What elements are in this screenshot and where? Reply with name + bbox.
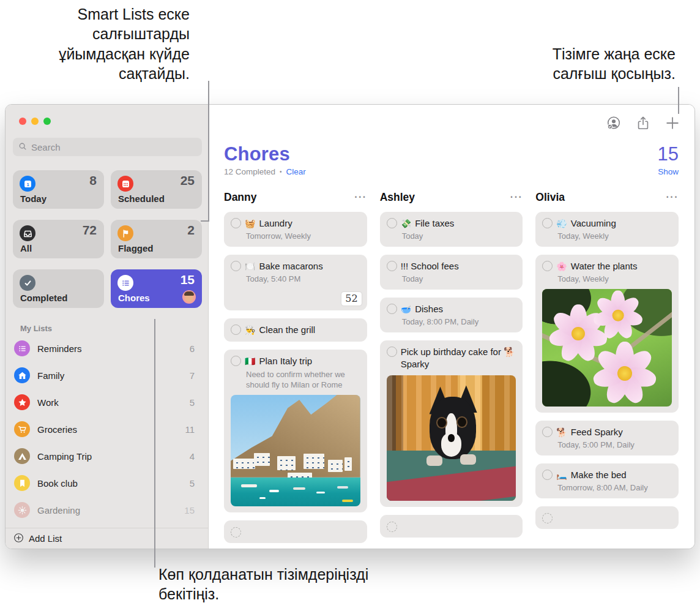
callout-line-smart-lists: [208, 81, 209, 222]
collaborate-button[interactable]: [605, 114, 622, 131]
smart-list-all[interactable]: 72All: [13, 220, 104, 258]
reminder-item[interactable]: 🛏️Make the bedTomorrow, 8:00 AM, Daily: [535, 463, 679, 498]
list-name: Book club: [37, 478, 78, 489]
reminder-item[interactable]: 🍽️Bake macaronsToday, 5:40 PM52: [224, 255, 367, 310]
attachment-badge[interactable]: 52: [341, 292, 361, 306]
column-header: Olivia ···: [535, 190, 679, 204]
tray-icon: [20, 225, 35, 241]
sidebar-item-book-club[interactable]: Book club5: [6, 470, 208, 497]
complete-radio[interactable]: [387, 304, 397, 314]
attachment-image-flowers[interactable]: [542, 289, 672, 407]
task-due: Today, 8:00 PM, Daily: [402, 317, 516, 327]
smart-list-today[interactable]: 18Today: [13, 170, 104, 209]
completed-count: 12 Completed: [224, 167, 275, 176]
task-due: Today: [402, 274, 516, 284]
show-link[interactable]: Show: [658, 167, 679, 176]
annotation-smart-lists: Smart Lists еске салғыштарды ұйымдасқан …: [37, 4, 190, 83]
reminder-item[interactable]: !!! School feesToday: [380, 255, 523, 290]
complete-radio[interactable]: [231, 356, 241, 366]
smart-list-flagged[interactable]: 2Flagged: [111, 220, 202, 258]
complete-radio[interactable]: [387, 261, 397, 271]
search-placeholder: Search: [31, 142, 61, 152]
attachment-image-italy-coast[interactable]: [231, 395, 360, 506]
column-header: Danny ···: [224, 190, 367, 204]
toolbar: [605, 114, 680, 131]
new-reminder-row[interactable]: [224, 520, 367, 543]
calendar-grid-icon: [117, 176, 133, 192]
complete-radio[interactable]: [542, 261, 553, 271]
sidebar-item-family[interactable]: Family7: [6, 362, 208, 389]
page: Smart Lists еске салғыштарды ұйымдасқан …: [0, 0, 700, 611]
reminder-item[interactable]: 🧺LaundryTomorrow, Weekly: [224, 212, 367, 247]
sidebar-item-work[interactable]: Work5: [6, 389, 208, 416]
smart-list-completed[interactable]: Completed: [13, 269, 104, 308]
reminder-item[interactable]: 🐕Feed SparkyToday, 5:00 PM, Daily: [535, 421, 679, 455]
complete-radio[interactable]: [387, 347, 397, 357]
list-count: 15: [184, 505, 195, 515]
list-name: Camping Trip: [37, 451, 92, 462]
list-icon: [14, 340, 30, 356]
complete-radio[interactable]: [231, 324, 241, 335]
list-icon: [117, 275, 133, 291]
reminder-item[interactable]: Pick up birthday cake for 🐕 Sparky: [380, 340, 523, 507]
reminders-window: Search 18Today25Scheduled72All2FlaggedCo…: [5, 104, 695, 549]
new-reminder-row[interactable]: [380, 515, 523, 538]
complete-radio[interactable]: [542, 470, 553, 480]
task-due: Tomorrow, Weekly: [246, 231, 360, 241]
radio-empty[interactable]: [231, 527, 241, 538]
attachment-image-dog[interactable]: [387, 375, 516, 501]
list-count: 6: [190, 343, 195, 354]
add-list-button[interactable]: Add List: [6, 528, 208, 549]
search-icon: [18, 142, 27, 152]
column-ashley: Ashley ··· 💸File taxesToday !!! School f…: [380, 190, 523, 543]
new-reminder-row[interactable]: [535, 506, 679, 529]
close-button[interactable]: [19, 118, 26, 125]
sidebar-item-reminders[interactable]: Reminders6: [6, 335, 208, 362]
add-circle-icon: [13, 533, 24, 545]
complete-radio[interactable]: [231, 218, 241, 228]
task-emoji: 👨‍🍳: [245, 324, 255, 336]
window-controls: [6, 105, 208, 125]
complete-radio[interactable]: [387, 218, 397, 228]
reminder-item[interactable]: 🌸Water the plantsToday, Weekly: [535, 255, 679, 413]
bookmark-icon: [14, 475, 30, 491]
complete-radio[interactable]: [542, 218, 553, 228]
list-name: Family: [37, 370, 64, 381]
task-title: File taxes: [415, 217, 454, 230]
smart-list-count: 15: [181, 272, 195, 287]
more-button[interactable]: ···: [510, 192, 523, 203]
reminder-item[interactable]: 👨‍🍳Clean the grill: [224, 318, 367, 342]
add-reminder-button[interactable]: [664, 114, 680, 131]
task-due: Today: [402, 231, 516, 241]
radio-empty[interactable]: [542, 513, 553, 523]
smart-list-scheduled[interactable]: 25Scheduled: [111, 170, 202, 209]
reminder-item[interactable]: 🇮🇹Plan Italy tripNeed to confirm whether…: [224, 350, 367, 512]
annotation-pin-lists: Көп қолданатын тізімдеріңізді бекітіңіз.: [158, 564, 370, 604]
more-button[interactable]: ···: [354, 192, 367, 203]
collaborate-icon: [606, 115, 622, 131]
reminder-item[interactable]: 💸File taxesToday: [380, 212, 523, 247]
sidebar-item-groceries[interactable]: Groceries11: [6, 416, 208, 443]
list-count: 15: [658, 143, 679, 165]
complete-radio[interactable]: [231, 261, 241, 271]
task-title: Laundry: [259, 217, 292, 230]
minimize-button[interactable]: [31, 118, 39, 125]
annotation-add-reminder: Тізімге жаңа еске салғыш қосыңыз.: [524, 44, 676, 84]
radio-empty[interactable]: [387, 522, 397, 532]
task-emoji: 🥣: [401, 303, 411, 315]
clear-link[interactable]: Clear: [286, 167, 306, 176]
zoom-button[interactable]: [43, 118, 51, 125]
column-title: Ashley: [380, 191, 415, 204]
reminder-item[interactable]: 🥣DishesToday, 8:00 PM, Daily: [380, 298, 523, 332]
task-title: Clean the grill: [259, 324, 315, 336]
search-input[interactable]: Search: [13, 138, 202, 156]
share-button[interactable]: [635, 114, 651, 131]
list-name: Gardening: [37, 505, 80, 515]
smart-list-chores[interactable]: 15Chores: [111, 269, 202, 308]
more-button[interactable]: ···: [666, 192, 679, 203]
reminder-item[interactable]: 💨VacuumingToday, Weekly: [535, 212, 679, 247]
sidebar-item-camping-trip[interactable]: Camping Trip4: [6, 443, 208, 470]
sidebar-item-gardening[interactable]: Gardening15: [6, 497, 208, 523]
complete-radio[interactable]: [542, 427, 553, 437]
column-olivia: Olivia ··· 💨VacuumingToday, Weekly 🌸Wate…: [535, 190, 679, 543]
